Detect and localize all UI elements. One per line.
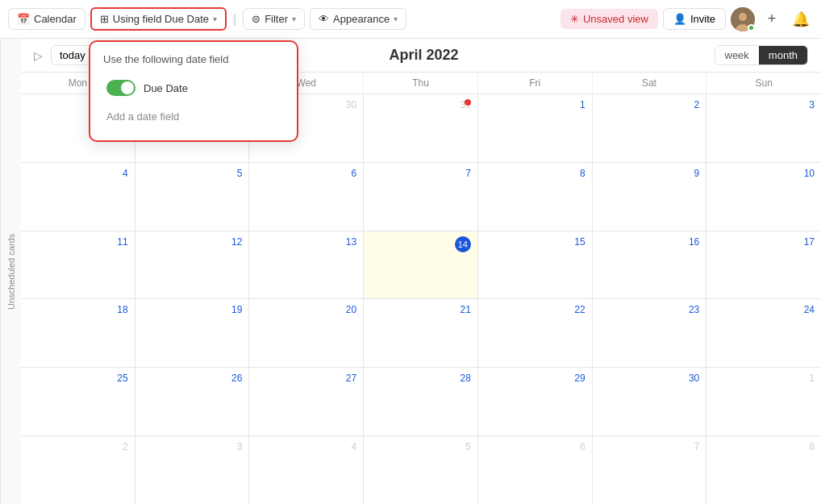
date-num: 27 <box>256 373 356 384</box>
date-num: 30 <box>599 373 700 384</box>
calendar-cell[interactable]: 20 <box>249 299 364 367</box>
date-num: 9 <box>599 168 700 179</box>
calendar-cell[interactable]: 15 <box>478 231 593 299</box>
svg-point-1 <box>739 13 747 21</box>
unsaved-view-label: Unsaved view <box>583 13 648 25</box>
date-field-label: Using field Due Date <box>113 13 209 25</box>
day-header: Sat <box>593 73 707 94</box>
day-header: Fri <box>478 73 593 94</box>
date-num: 5 <box>370 441 471 452</box>
calendar-cell[interactable]: 16 <box>593 231 707 299</box>
expand-icon[interactable]: ▷ <box>34 49 43 62</box>
calendar-cell[interactable]: 2 <box>21 436 135 504</box>
calendar-week: 18192021222324 <box>21 299 821 368</box>
date-num: 13 <box>256 236 356 248</box>
calendar-cell[interactable]: 9 <box>593 163 707 231</box>
calendar-cell[interactable]: 26 <box>135 368 250 435</box>
calendar-weeks: 2829303112345678910111213141516171819202… <box>21 94 821 504</box>
date-num: 21 <box>370 304 471 315</box>
date-num: 17 <box>713 236 815 248</box>
online-indicator <box>748 24 755 31</box>
date-num: 8 <box>713 441 815 452</box>
calendar-cell[interactable]: 31 <box>364 94 478 162</box>
calendar-cell[interactable]: 14 <box>364 231 478 299</box>
toolbar: 📅 Calendar ⊞ Using field Due Date ▾ | ⊜ … <box>0 0 821 39</box>
add-date-placeholder: Add a date field <box>106 110 179 123</box>
date-num: 23 <box>599 304 700 315</box>
date-field-btn[interactable]: ⊞ Using field Due Date ▾ <box>90 7 227 31</box>
date-num: 28 <box>370 373 471 384</box>
calendar-btn[interactable]: 📅 Calendar <box>8 8 85 30</box>
month-btn[interactable]: month <box>759 46 807 65</box>
calendar-cell[interactable]: 6 <box>249 163 364 231</box>
calendar-cell[interactable]: 19 <box>135 299 250 367</box>
calendar-cell[interactable]: 17 <box>706 231 821 299</box>
date-num: 11 <box>27 236 128 248</box>
date-num: 5 <box>142 168 243 179</box>
calendar-cell[interactable]: 28 <box>364 368 478 435</box>
appearance-btn[interactable]: 👁 Appearance ▾ <box>310 8 406 30</box>
calendar-cell[interactable]: 3 <box>706 94 821 162</box>
date-num: 3 <box>142 441 243 452</box>
calendar-cell[interactable]: 3 <box>135 436 250 504</box>
date-num: 7 <box>370 168 471 179</box>
week-btn[interactable]: week <box>715 46 759 65</box>
calendar-cell[interactable]: 7 <box>364 163 478 231</box>
plus-btn[interactable]: + <box>760 7 784 31</box>
calendar-cell[interactable]: 12 <box>135 231 250 299</box>
filter-label: Filter <box>265 13 288 25</box>
calendar-cell[interactable]: 5 <box>364 436 478 504</box>
calendar-cell[interactable]: 6 <box>478 436 593 504</box>
invite-btn[interactable]: 👤 Invite <box>663 8 726 30</box>
calendar-week: 11121314151617 <box>21 231 821 300</box>
dropdown-title: Use the following date field <box>103 53 284 65</box>
calendar-cell[interactable]: 30 <box>593 368 707 435</box>
date-num: 18 <box>27 304 128 315</box>
bell-icon: 🔔 <box>792 10 810 28</box>
calendar-cell[interactable]: 11 <box>21 231 135 299</box>
date-num: 8 <box>485 168 586 179</box>
today-btn[interactable]: today <box>51 45 94 65</box>
calendar-cell[interactable]: 13 <box>249 231 364 299</box>
due-date-toggle[interactable] <box>106 80 135 96</box>
add-date-field-btn[interactable]: Add a date field <box>103 104 284 129</box>
appearance-label: Appearance <box>333 13 390 25</box>
calendar-cell[interactable]: 24 <box>706 299 821 367</box>
view-toggle: week month <box>715 45 809 65</box>
calendar-cell[interactable]: 21 <box>364 299 478 367</box>
calendar-cell[interactable]: 4 <box>249 436 364 504</box>
filter-icon: ⊜ <box>252 13 260 25</box>
calendar-cell[interactable]: 29 <box>478 368 593 435</box>
calendar-cell[interactable]: 5 <box>135 163 250 231</box>
date-num: 6 <box>256 168 356 179</box>
calendar-cell[interactable]: 8 <box>706 436 821 504</box>
person-icon: 👤 <box>673 13 686 25</box>
filter-btn[interactable]: ⊜ Filter ▾ <box>243 8 305 30</box>
calendar-cell[interactable]: 4 <box>21 163 135 231</box>
calendar-cell[interactable]: 8 <box>478 163 593 231</box>
calendar-cell[interactable]: 1 <box>706 368 821 435</box>
calendar-cell[interactable]: 22 <box>478 299 593 367</box>
calendar-cell[interactable]: 2 <box>593 94 707 162</box>
calendar-cell[interactable]: 1 <box>478 94 593 162</box>
date-field-dropdown: Use the following date field Due Date Ad… <box>89 40 298 142</box>
chevron-down-icon-appearance: ▾ <box>394 15 398 23</box>
calendar-cell[interactable]: 23 <box>593 299 707 367</box>
calendar-cell[interactable]: 7 <box>593 436 707 504</box>
calendar-cell[interactable]: 27 <box>249 368 364 435</box>
unsaved-view-btn[interactable]: ✳ Unsaved view <box>561 9 658 29</box>
invite-label: Invite <box>690 13 715 25</box>
calendar-cell[interactable]: 18 <box>21 299 135 367</box>
notifications-btn[interactable]: 🔔 <box>789 7 813 31</box>
calendar-week: 45678910 <box>21 163 821 231</box>
date-num: 1 <box>485 99 586 110</box>
calendar-cell[interactable]: 25 <box>21 368 135 435</box>
grid-icon: ⊞ <box>100 13 109 25</box>
date-num: 15 <box>485 236 586 248</box>
due-date-item[interactable]: Due Date <box>103 75 284 101</box>
calendar-cell[interactable]: 10 <box>706 163 821 231</box>
calendar-icon: 📅 <box>17 13 30 25</box>
unscheduled-sidebar[interactable]: Unscheduled cards <box>0 39 21 504</box>
date-num: 22 <box>485 304 586 315</box>
avatar-container[interactable] <box>731 7 755 31</box>
